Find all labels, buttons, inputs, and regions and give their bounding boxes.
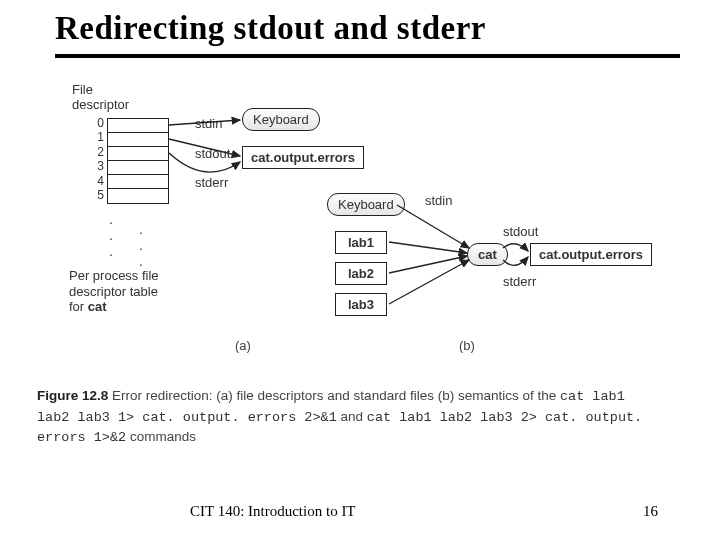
title-divider	[55, 54, 680, 58]
lab1-box: lab1	[335, 231, 387, 254]
lab3-box: lab3	[335, 293, 387, 316]
svg-line-2	[397, 205, 469, 248]
cat-node: cat	[467, 243, 508, 266]
fd-label: File descriptor	[72, 82, 129, 112]
figure-12-8: File descriptor 0 1 2 3 4 5 ··· ··· Per …	[37, 76, 652, 376]
subcaption-a: (a)	[235, 338, 251, 353]
footer-course: CIT 140: Introduction to IT	[190, 503, 356, 520]
label-stdout-a: stdout	[195, 146, 230, 161]
figure-caption: Figure 12.8 Error redirection: (a) file …	[37, 386, 657, 448]
svg-line-3	[389, 242, 467, 253]
label-stdout-b: stdout	[503, 224, 538, 239]
perproc-caption: Per process file descriptor table for ca…	[69, 268, 159, 315]
svg-line-5	[389, 260, 469, 304]
dots-a: ···	[109, 214, 115, 262]
lab2-box: lab2	[335, 262, 387, 285]
fd-numbers: 0 1 2 3 4 5	[92, 116, 104, 203]
slide-title: Redirecting stdout and stderr	[55, 10, 680, 48]
label-stdin-a: stdin	[195, 116, 222, 131]
label-stderr-a: stderr	[195, 175, 228, 190]
fd-table	[107, 118, 169, 204]
coe-b: cat.output.errors	[530, 243, 652, 266]
dots-b: ···	[139, 224, 145, 272]
subcaption-b: (b)	[459, 338, 475, 353]
keyboard-b: Keyboard	[327, 193, 405, 216]
svg-line-4	[389, 256, 467, 273]
coe-a: cat.output.errors	[242, 146, 364, 169]
label-stdin-b: stdin	[425, 193, 452, 208]
footer-page-number: 16	[643, 503, 658, 520]
label-stderr-b: stderr	[503, 274, 536, 289]
keyboard-a: Keyboard	[242, 108, 320, 131]
